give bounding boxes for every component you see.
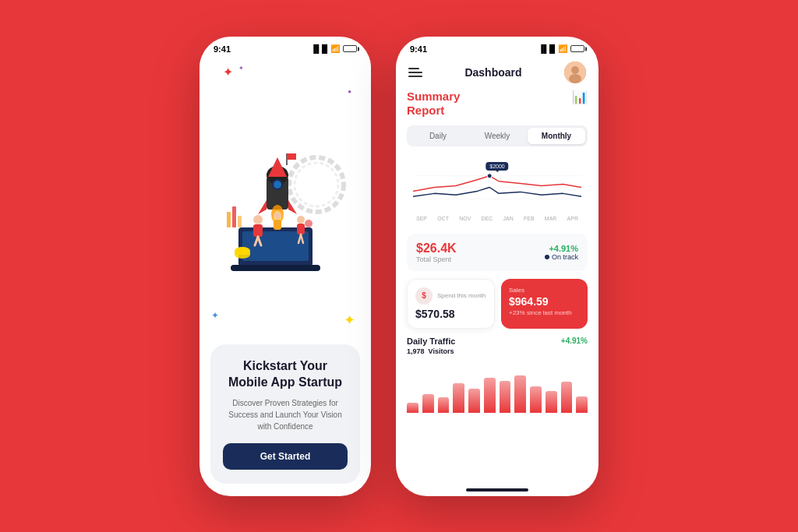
spend-label: Spend this month <box>437 292 486 299</box>
bar-11 <box>561 382 573 412</box>
star-decoration-2: ✦ <box>238 65 244 72</box>
bar-col-4 <box>453 360 464 413</box>
battery-icon <box>343 45 357 52</box>
track-label: On track <box>552 253 578 261</box>
sales-amount: $964.59 <box>509 295 580 308</box>
tab-daily[interactable]: Daily <box>409 128 467 144</box>
bar-col-12 <box>576 360 588 413</box>
on-track: On track <box>545 253 578 261</box>
bar-1 <box>407 403 418 412</box>
x-label-sep: SEP <box>416 216 427 221</box>
bar-3 <box>438 397 450 412</box>
phone1-info-card: Kickstart Your Mobile App Startup Discov… <box>210 344 360 484</box>
tab-monthly[interactable]: Monthly <box>528 128 585 144</box>
bar-col-3 <box>438 360 450 413</box>
bar-4 <box>453 383 464 412</box>
svg-rect-29 <box>238 216 242 227</box>
svg-rect-26 <box>274 220 281 230</box>
sales-label: Sales <box>509 287 580 294</box>
svg-point-32 <box>235 247 250 255</box>
svg-rect-3 <box>231 265 320 271</box>
bar-col-8 <box>514 360 526 413</box>
signal-icon-2: ▐▌█ <box>538 44 555 53</box>
bar-7 <box>500 381 511 413</box>
wifi-icon-2: 📶 <box>558 44 567 53</box>
traffic-percent: +4.91% <box>561 336 588 345</box>
star-decoration-5: ● <box>348 88 351 95</box>
bar-2 <box>422 394 434 413</box>
svg-point-0 <box>289 157 344 212</box>
svg-rect-16 <box>287 153 296 160</box>
stats-right: +4.91% On track <box>545 244 578 261</box>
spend-card-top: $ Spend this month <box>415 287 486 305</box>
bar-8 <box>514 375 526 413</box>
dollar-icon: $ <box>415 287 433 305</box>
home-indicator <box>396 482 598 496</box>
bar-col-2 <box>422 360 434 413</box>
get-started-button[interactable]: Get Started <box>223 443 348 470</box>
traffic-title: Daily Traffic <box>407 336 455 346</box>
svg-point-36 <box>569 74 581 83</box>
x-label-nov: NOV <box>459 216 471 221</box>
visitors-label: Visitors <box>429 347 454 355</box>
svg-point-10 <box>274 181 281 188</box>
home-bar <box>466 488 528 491</box>
bar-col-10 <box>546 360 557 413</box>
star-decoration-4: ✦ <box>344 312 355 329</box>
header-title: Dashboard <box>464 66 521 79</box>
menu-icon[interactable] <box>408 68 422 77</box>
bar-chart <box>407 360 588 414</box>
svg-marker-11 <box>258 200 267 214</box>
svg-point-25 <box>274 212 281 220</box>
app-header: Dashboard <box>396 57 598 90</box>
sales-card: Sales $964.59 +23% since last month <box>501 279 588 329</box>
bar-col-1 <box>407 360 418 413</box>
svg-point-35 <box>571 66 579 74</box>
summary-section: Summary Report 📊 <box>407 90 588 118</box>
svg-rect-18 <box>253 224 263 237</box>
bar-10 <box>546 391 557 412</box>
spend-amount: $570.58 <box>415 308 486 320</box>
period-tabs: Daily Weekly Monthly <box>407 125 588 146</box>
svg-point-1 <box>295 163 338 206</box>
traffic-visitors: 1,978 Visitors <box>407 347 588 355</box>
tab-weekly[interactable]: Weekly <box>468 128 526 144</box>
bar-col-9 <box>530 360 542 413</box>
svg-point-33 <box>305 220 312 227</box>
wifi-icon: 📶 <box>330 44 340 53</box>
svg-rect-4 <box>242 231 309 261</box>
status-bar-2: 9:41 ▐▌█ 📶 <box>396 37 598 57</box>
chart-tooltip: $2000 <box>486 162 508 171</box>
phone2-content: Summary Report 📊 Daily Weekly Monthly $2… <box>396 90 598 482</box>
phone1-title: Kickstart Your Mobile App Startup <box>223 358 348 391</box>
rocket-illustration <box>215 122 355 278</box>
visitors-count: 1,978 <box>407 347 425 355</box>
bar-col-7 <box>500 360 511 413</box>
svg-marker-8 <box>268 157 287 177</box>
bar-col-5 <box>468 360 480 413</box>
chart-x-labels: SEP OCT NOV DEC JAN FEB MAR APR <box>413 216 581 221</box>
phone1-subtitle: Discover Proven Strategies for Success a… <box>223 397 348 432</box>
phone-2: 9:41 ▐▌█ 📶 Dashboard Summary Report 📊 <box>396 37 598 496</box>
total-label: Total Spent <box>416 255 457 263</box>
star-decoration-3: ✦ <box>211 310 219 321</box>
battery-icon-2 <box>570 45 584 52</box>
stats-row: $26.4K Total Spent +4.91% On track <box>407 234 588 271</box>
bar-5 <box>468 389 480 413</box>
status-bar-1: 9:41 ▐▌█ 📶 <box>200 37 371 57</box>
x-label-apr: APR <box>567 216 578 221</box>
x-label-oct: OCT <box>437 216 449 221</box>
bar-chart-icon[interactable]: 📊 <box>572 90 588 104</box>
status-icons-2: ▐▌█ 📶 <box>538 44 584 53</box>
summary-title: Summary Report <box>407 90 460 118</box>
avatar[interactable] <box>564 62 586 83</box>
status-icons-1: ▐▌█ 📶 <box>311 44 357 53</box>
time-2: 9:41 <box>410 44 427 54</box>
x-label-mar: MAR <box>545 216 557 221</box>
line-chart-area: $2000 SEP OCT NOV DEC JAN FEB <box>407 156 588 226</box>
bar-6 <box>484 378 496 412</box>
stats-left: $26.4K Total Spent <box>416 241 457 263</box>
dot-icon <box>545 255 549 259</box>
svg-rect-22 <box>297 224 305 234</box>
svg-point-40 <box>487 173 492 178</box>
